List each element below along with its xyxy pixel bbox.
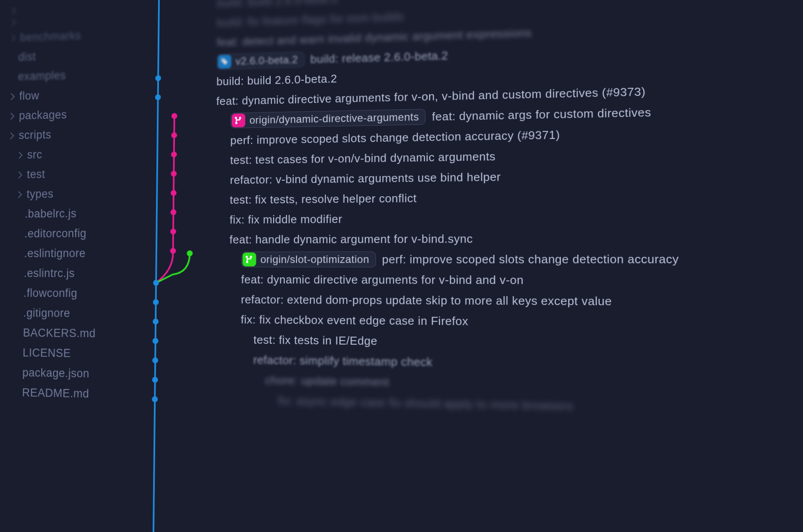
tree-item-label: .eslintrc.js: [24, 267, 75, 280]
branch-tag[interactable]: origin/dynamic-directive-arguments: [230, 109, 426, 128]
folder-item[interactable]: test: [3, 163, 149, 185]
tree-item-label: .eslintignore: [24, 247, 85, 260]
tree-item-label: test: [27, 168, 45, 181]
file-item[interactable]: .babelrc.js: [2, 203, 148, 224]
tree-item-label: .gitignore: [23, 307, 70, 320]
tree-item-label: packages: [19, 108, 67, 122]
svg-point-7: [152, 357, 158, 363]
tag-label: v2.6.0-beta.2: [235, 54, 298, 67]
tree-item-label: scripts: [18, 128, 51, 142]
commit-message: refactor: simplify timestamp check: [253, 353, 433, 369]
chevron-right-icon: [15, 191, 22, 198]
svg-line-0: [153, 0, 159, 532]
commit-message: fix: fix checkbox event edge case in Fir…: [241, 313, 468, 328]
commit-message: test: fix tests, resolve helper conflict: [230, 191, 417, 206]
chevron-right-icon: [16, 151, 23, 159]
svg-point-9: [152, 396, 158, 402]
svg-point-4: [153, 299, 159, 305]
svg-point-8: [152, 377, 158, 383]
commit-message: refactor: extend dom-props update skip t…: [241, 293, 612, 308]
tag-icon: [218, 55, 231, 69]
tree-item-label: src: [27, 148, 42, 161]
commit-row[interactable]: feat: dynamic directive arguments for v-…: [215, 269, 803, 292]
tag-label: origin/dynamic-directive-arguments: [249, 111, 419, 126]
svg-point-6: [153, 338, 159, 344]
folder-item[interactable]: flow: [4, 83, 150, 106]
chevron-right-icon: [9, 8, 16, 15]
commit-message: feat: dynamic directive arguments for v-…: [241, 273, 524, 287]
folder-item[interactable]: scripts: [3, 123, 149, 146]
svg-point-5: [153, 319, 159, 325]
commit-message: perf: improve scoped slots change detect…: [230, 128, 560, 147]
tree-item-label: benchmarks: [20, 29, 81, 44]
tree-item-label: .editorconfig: [24, 227, 87, 240]
tree-item-label: LICENSE: [23, 346, 71, 360]
commit-message: fix: fix middle modifier: [230, 212, 343, 226]
file-item[interactable]: .eslintrc.js: [1, 263, 148, 284]
tree-item-label: package.json: [22, 366, 90, 381]
file-item[interactable]: README.md: [0, 382, 147, 405]
commit-message: test: fix tests in IE/Edge: [253, 333, 377, 348]
file-item[interactable]: .eslintignore: [2, 243, 148, 263]
chevron-right-icon: [8, 113, 14, 120]
commit-message: build: build 2.6.0-beta.3: [217, 0, 338, 10]
tree-item-label: types: [26, 187, 54, 201]
tree-item-label: .babelrc.js: [25, 207, 77, 220]
git-branch-icon: [243, 253, 256, 266]
commit-message: build: release 2.6.0-beta.2: [310, 49, 448, 66]
commit-log: build: build 2.6.0-beta.3build: fix feat…: [145, 0, 803, 532]
file-tree: benchmarksdistexamplesflowpackagesscript…: [0, 0, 151, 532]
svg-point-3: [153, 280, 159, 286]
file-item[interactable]: .gitignore: [1, 303, 148, 324]
chevron-right-icon: [9, 19, 16, 26]
commit-row[interactable]: origin/slot-optimizationperf: improve sc…: [215, 248, 803, 270]
file-item[interactable]: LICENSE: [0, 343, 147, 364]
chevron-right-icon: [8, 93, 15, 100]
commit-message: feat: dynamic args for custom directives: [432, 105, 651, 124]
commit-message: chore: update comment: [265, 373, 389, 389]
commit-message: feat: handle dynamic argument for v-bind…: [230, 232, 473, 246]
commit-message: build: fix feature flags for esm builds: [217, 10, 404, 29]
commit-message: refactor: v-bind dynamic arguments use b…: [230, 170, 501, 187]
tag-label: origin/slot-optimization: [261, 253, 369, 266]
tree-item-label: .flowconfig: [23, 286, 77, 300]
commit-row[interactable]: feat: handle dynamic argument for v-bind…: [215, 227, 803, 250]
commit-message: test: test cases for v-on/v-bind dynamic…: [230, 149, 496, 167]
svg-point-2: [155, 95, 161, 100]
chevron-right-icon: [8, 132, 14, 139]
commit-message: perf: improve scoped slots change detect…: [382, 252, 679, 266]
tree-item-label: README.md: [22, 386, 90, 400]
tree-item-label: dist: [18, 50, 36, 64]
tree-item-label: examples: [18, 69, 66, 83]
folder-item[interactable]: examples: [4, 63, 150, 87]
file-item[interactable]: package.json: [0, 363, 147, 385]
file-item[interactable]: .editorconfig: [2, 223, 148, 244]
folder-item[interactable]: packages: [4, 103, 150, 126]
branch-tag[interactable]: origin/slot-optimization: [241, 251, 376, 267]
version-tag[interactable]: v2.6.0-beta.2: [217, 52, 304, 70]
folder-item[interactable]: src: [3, 143, 149, 165]
file-item[interactable]: .flowconfig: [1, 283, 148, 304]
tree-item-label: flow: [19, 90, 39, 103]
commit-message: fix: async edge case fix should apply to…: [278, 394, 573, 413]
folder-item[interactable]: types: [3, 183, 149, 205]
git-branch-icon: [232, 113, 246, 128]
tree-item-label: BACKERS.md: [23, 326, 96, 340]
commit-message: build: build 2.6.0-beta.2: [216, 72, 337, 88]
file-item[interactable]: BACKERS.md: [0, 323, 147, 344]
chevron-right-icon: [15, 171, 22, 178]
svg-point-1: [155, 75, 161, 81]
chevron-right-icon: [9, 34, 15, 41]
